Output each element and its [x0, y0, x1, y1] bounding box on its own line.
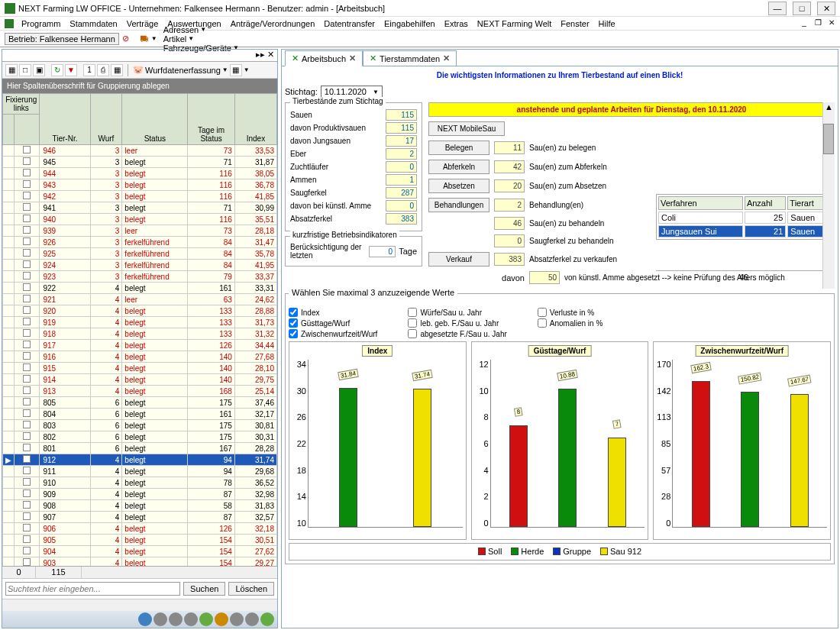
table-row[interactable]: Jungsauen Sui21Sauen — [658, 225, 829, 237]
table-row[interactable]: 9393leer7328,18 — [3, 225, 277, 237]
table-row[interactable]: 9074belegt8732,57 — [3, 512, 277, 523]
tab-arbeitsbuch[interactable]: ✕Arbeitsbuch✕ — [285, 50, 363, 66]
table-row[interactable]: 9443belegt11638,05 — [3, 168, 277, 179]
table-row[interactable]: 9174belegt12634,44 — [3, 340, 277, 351]
table-row[interactable]: 9064belegt12632,18 — [3, 523, 277, 535]
col-wurf[interactable]: Wurf — [90, 94, 122, 145]
table-row[interactable]: 9453belegt7131,87 — [3, 157, 277, 168]
tb-btn-2[interactable]: □ — [19, 64, 31, 76]
dropdown-icon[interactable]: ▼ — [222, 66, 228, 73]
collapse-icon[interactable]: ▸▸ ✕ — [256, 50, 274, 59]
print-icon[interactable]: ⎙ — [97, 64, 109, 76]
v-scrollbar[interactable]: ▲ — [822, 102, 835, 289]
table-row[interactable]: 9463leer7333,53 — [3, 145, 277, 157]
menu-Hilfe[interactable]: Hilfe — [594, 18, 620, 29]
col-status[interactable]: Status — [122, 94, 188, 145]
clear-button[interactable]: Löschen — [228, 582, 274, 596]
col-index[interactable]: Index — [234, 94, 276, 145]
filter-icon[interactable]: ▼ — [65, 64, 77, 76]
menu-Eingabehilfen[interactable]: Eingabehilfen — [380, 18, 440, 29]
menu-Programm[interactable]: Programm — [17, 18, 65, 29]
table-row[interactable]: 8056belegt17537,46 — [3, 397, 277, 409]
col-tier[interactable]: Tier-Nr. — [40, 94, 90, 145]
table-row[interactable]: 9044belegt15427,62 — [3, 546, 277, 557]
menu-Verträge[interactable]: Verträge — [122, 18, 163, 29]
status-icon[interactable] — [169, 612, 183, 626]
status-icon[interactable] — [215, 612, 228, 626]
date-picker[interactable]: 10.11.2020▼ — [321, 86, 383, 98]
search-input[interactable] — [5, 582, 180, 596]
dropdown-icon[interactable]: ▼ — [244, 66, 250, 73]
table-row[interactable]: 9233ferkelführend7933,37 — [3, 271, 277, 283]
table-row[interactable]: 9144belegt14029,75 — [3, 374, 277, 386]
action-Abferkeln[interactable]: Abferkeln — [428, 160, 489, 174]
status-icon[interactable] — [230, 612, 244, 626]
table-row[interactable]: 9154belegt14028,10 — [3, 363, 277, 374]
table-row[interactable]: 9423belegt11641,85 — [3, 191, 277, 202]
table-row[interactable]: 9054belegt15430,51 — [3, 535, 277, 546]
table-row[interactable]: 8026belegt17530,31 — [3, 431, 277, 443]
menu-Extras[interactable]: Extras — [440, 18, 473, 29]
status-icon[interactable] — [199, 612, 213, 626]
check-Verluste in %[interactable]: Verluste in % — [538, 308, 603, 317]
tb-btn-6[interactable]: 1 — [83, 64, 95, 76]
table-row[interactable]: ▶ 9124belegt9431,74 — [3, 454, 277, 466]
menu-NEXT Farming Welt[interactable]: NEXT Farming Welt — [473, 18, 556, 29]
mdi-close-icon[interactable]: ✕ — [826, 18, 837, 29]
status-icon[interactable] — [184, 612, 198, 626]
status-icon[interactable] — [245, 612, 259, 626]
action-Verkauf[interactable]: Verkauf — [428, 252, 489, 267]
check-abgesetzte F./Sau u. Jahr[interactable]: abgesetzte F./Sau u. Jahr — [408, 329, 506, 338]
table-row[interactable]: 9114belegt9429,68 — [3, 466, 277, 477]
table-row[interactable]: 9413belegt7130,99 — [3, 202, 277, 214]
maximize-button[interactable]: □ — [793, 2, 811, 15]
treatment-table[interactable]: VerfahrenAnzahlTierart Coli25SauenJungsa… — [656, 194, 832, 240]
menu-Stammdaten[interactable]: Stammdaten — [65, 18, 121, 29]
menu-Fenster[interactable]: Fenster — [556, 18, 593, 29]
menu-Datentransfer[interactable]: Datentransfer — [319, 18, 380, 29]
dropdown-icon[interactable]: ▼ — [151, 35, 157, 42]
status-icon[interactable] — [260, 612, 274, 626]
action-Behandlungen[interactable]: Behandlungen — [428, 198, 489, 212]
tb-btn-9[interactable]: ▦ — [230, 64, 242, 76]
table-row[interactable]: 9403belegt11635,51 — [3, 214, 277, 225]
check-Güsttage/Wurf[interactable]: Güsttage/Wurf — [289, 318, 377, 328]
cancel-icon[interactable]: ⊘ — [122, 34, 129, 44]
check-leb. geb. F./Sau u. Jahr[interactable]: leb. geb. F./Sau u. Jahr — [408, 318, 506, 328]
status-icon[interactable] — [153, 612, 167, 626]
check-Zwischenwurfzeit/Wurf[interactable]: Zwischenwurfzeit/Wurf — [289, 329, 377, 338]
close-button[interactable]: ✕ — [817, 2, 835, 15]
table-row[interactable]: 9194belegt13331,73 — [3, 317, 277, 328]
table-row[interactable]: 9084belegt5831,83 — [3, 500, 277, 512]
table-row[interactable]: 8016belegt16728,28 — [3, 443, 277, 454]
minimize-button[interactable]: — — [768, 2, 787, 15]
table-row[interactable]: 9034belegt15429,27 — [3, 557, 277, 567]
refresh-icon[interactable]: ↻ — [51, 64, 63, 76]
table-row[interactable]: 9204belegt13328,88 — [3, 305, 277, 317]
tab-tierstammdaten[interactable]: ✕Tierstammdaten✕ — [363, 50, 457, 66]
close-icon[interactable]: ✕ — [349, 53, 356, 63]
table-row[interactable]: 8046belegt16132,17 — [3, 409, 277, 420]
check-Würfe/Sau u. Jahr[interactable]: Würfe/Sau u. Jahr — [408, 308, 506, 317]
table-row[interactable]: 9224belegt16133,31 — [3, 283, 277, 294]
indik-value[interactable]: 0 — [369, 246, 396, 257]
action-Absetzen[interactable]: Absetzen — [428, 179, 489, 193]
animal-grid[interactable]: Fixierung links Tier-Nr. Wurf Status Tag… — [2, 93, 277, 566]
dd-Artikel[interactable]: Artikel ▼ — [160, 34, 242, 44]
export-icon[interactable]: ▦ — [111, 64, 123, 76]
dd-Adressen[interactable]: Adressen ▼ — [160, 25, 242, 34]
close-icon[interactable]: ✕ — [443, 53, 450, 63]
table-row[interactable]: 9243ferkelführend8441,95 — [3, 260, 277, 271]
check-Anomalien in %[interactable]: Anomalien in % — [538, 318, 603, 328]
mdi-min-icon[interactable]: _ — [799, 18, 809, 29]
table-row[interactable]: 8036belegt17530,81 — [3, 420, 277, 431]
status-icon[interactable] — [138, 612, 152, 626]
check-Index[interactable]: Index — [289, 308, 377, 317]
table-row[interactable]: Coli25Sauen — [658, 212, 829, 224]
table-row[interactable]: 9433belegt11636,78 — [3, 179, 277, 191]
table-row[interactable]: 9214leer6324,62 — [3, 294, 277, 305]
table-row[interactable]: 9094belegt8732,98 — [3, 489, 277, 500]
table-row[interactable]: 9263ferkelführend8431,47 — [3, 237, 277, 248]
table-row[interactable]: 9164belegt14027,68 — [3, 351, 277, 363]
mobilesau-button[interactable]: NEXT MobileSau — [428, 121, 505, 136]
